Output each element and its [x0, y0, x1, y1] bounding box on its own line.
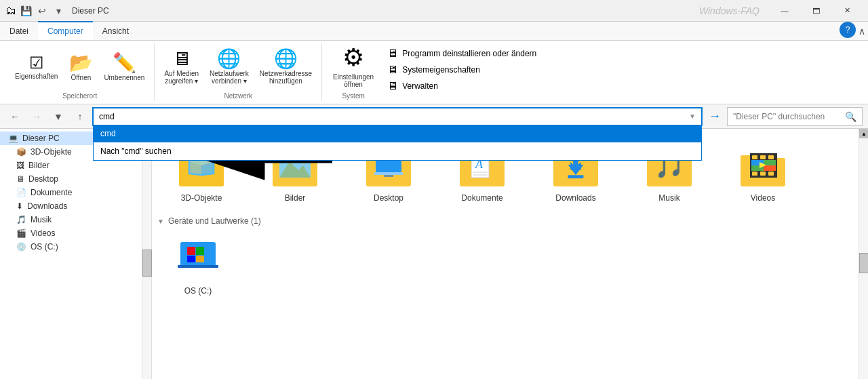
content-scrollbar[interactable]: ▲ ▼ — [859, 129, 868, 379]
videos-icon: 🎬 — [16, 228, 26, 238]
musik-label: Musik — [31, 215, 52, 224]
search-box[interactable]: 🔍 — [727, 107, 863, 126]
title-bar: 🗂 💾 ↩ ▾ Dieser PC Windows-FAQ — 🗖 ✕ — [0, 0, 868, 22]
address-dropdown: cmd Nach "cmd" suchen — [93, 125, 702, 161]
speicherort-items: ☑ Eigenschaften 📂 Öffnen ✏️ Umbenennen — [11, 43, 149, 91]
svg-rect-53 — [196, 256, 204, 262]
3d-icon: 📦 — [16, 147, 26, 157]
dokumente-icon: 📄 — [16, 188, 26, 197]
auf-medien-label: Auf Medienzugreifen ▾ — [164, 70, 199, 85]
minimize-button[interactable]: — — [769, 0, 800, 22]
netzwerkadresse-button[interactable]: 🌐 Netzwerkadressehinzufügen — [256, 47, 316, 87]
ribbon-group-system: ⚙ Einstellungenöffnen System 🖥 Programm … — [322, 43, 545, 101]
svg-marker-31 — [568, 165, 584, 175]
close-button[interactable]: ✕ — [831, 0, 863, 22]
sidebar-item-bilder[interactable]: 🖼 Bilder — [0, 159, 142, 172]
folder-dokumente-label: Dokumente — [461, 193, 502, 203]
systemeigenschaften-button[interactable]: 🖥 Systemeigenschaften — [384, 62, 539, 77]
ribbon-collapse-button[interactable]: ∧ — [856, 22, 868, 40]
oeffnen-icon: 📂 — [69, 54, 93, 73]
address-box[interactable]: ▼ cmd Nach "cmd" suchen — [92, 107, 703, 126]
drive-os-c-label: OS (C:) — [184, 286, 212, 296]
netzwerk-items: 🖥 Auf Medienzugreifen ▾ 🌐 Netzlaufwerkve… — [160, 43, 316, 91]
forward-button[interactable]: → — [27, 107, 46, 126]
maximize-button[interactable]: 🗖 — [800, 0, 831, 22]
programm-label: Programm deinstallieren oder ändern — [402, 49, 536, 58]
folder-desktop-label: Desktop — [374, 193, 403, 203]
speicherort-label: Speicherort — [62, 91, 97, 101]
content-scroll-thumb[interactable] — [859, 253, 868, 273]
verwalten-button[interactable]: 🖥 Verwalten — [384, 79, 539, 94]
window-controls: — 🗖 ✕ — [769, 0, 863, 22]
sidebar-item-musik[interactable]: 🎵 Musik — [0, 213, 142, 226]
ribbon-content: ☑ Eigenschaften 📂 Öffnen ✏️ Umbenennen S… — [0, 41, 868, 104]
os-c-icon: 💿 — [16, 242, 26, 252]
svg-rect-50 — [187, 247, 195, 255]
svg-rect-16 — [374, 172, 403, 175]
svg-rect-38 — [752, 155, 757, 159]
back-button[interactable]: ← — [5, 107, 24, 126]
3d-label: 3D-Objekte — [31, 147, 72, 157]
dropdown-item-cmd[interactable]: cmd — [94, 125, 701, 142]
address-bar-area: ← → ▼ ↑ ▼ cmd Nach "cmd" suchen → 🔍 — [0, 104, 868, 129]
content-area: 3D-Objekte — [152, 129, 859, 379]
folder-videos-icon — [739, 145, 787, 189]
devices-title: Geräte und Laufwerke (1) — [168, 216, 261, 226]
downloads-label: Downloads — [27, 201, 67, 211]
folder-videos[interactable]: Videos — [719, 140, 807, 208]
drives-grid: OS (C:) — [157, 228, 853, 304]
folder-3d-label: 3D-Objekte — [181, 193, 222, 203]
address-input[interactable] — [99, 112, 686, 121]
drive-os-c-icon — [178, 237, 218, 282]
tab-datei[interactable]: Datei — [0, 22, 38, 40]
sidebar-scroll-thumb[interactable] — [142, 250, 152, 277]
svg-rect-41 — [752, 172, 757, 176]
netzlaufwerk-label: Netzlaufwerkverbinden ▾ — [210, 70, 249, 85]
drive-os-c[interactable]: OS (C:) — [157, 231, 239, 301]
svg-rect-39 — [760, 155, 766, 159]
tab-ansicht[interactable]: Ansicht — [93, 22, 138, 40]
up-button[interactable]: ↑ — [71, 107, 90, 126]
search-icon[interactable]: 🔍 — [845, 111, 856, 122]
verwalten-label: Verwalten — [402, 81, 438, 91]
go-button[interactable]: → — [705, 107, 724, 126]
eigenschaften-icon: ☑ — [29, 55, 44, 71]
sidebar-item-desktop[interactable]: 🖥 Desktop — [0, 172, 142, 186]
programm-icon: 🖥 — [387, 47, 398, 60]
address-dropdown-arrow[interactable]: ▼ — [689, 113, 696, 120]
qat-dropdown[interactable]: ▾ — [52, 4, 65, 18]
sidebar-item-downloads[interactable]: ⬇ Downloads — [0, 199, 142, 213]
verwalten-icon: 🖥 — [387, 80, 398, 92]
sidebar-item-videos[interactable]: 🎬 Videos — [0, 226, 142, 240]
ribbon-group-speicherort: ☑ Eigenschaften 📂 Öffnen ✏️ Umbenennen S… — [5, 43, 155, 101]
tab-computer[interactable]: Computer — [38, 21, 93, 40]
sidebar-item-os-c[interactable]: 💿 OS (C:) — [0, 240, 142, 254]
eigenschaften-label: Eigenschaften — [15, 73, 58, 80]
sidebar-item-dokumente[interactable]: 📄 Dokumente — [0, 186, 142, 199]
eigenschaften-button[interactable]: ☑ Eigenschaften — [11, 52, 62, 83]
search-input[interactable] — [733, 112, 845, 121]
netzwerkadresse-icon: 🌐 — [274, 49, 298, 68]
sidebar-scrollbar[interactable]: ▲ ▼ — [142, 129, 152, 379]
netzwerk-label: Netzwerk — [224, 91, 252, 101]
help-button[interactable]: ? — [840, 22, 856, 38]
einstellungen-button[interactable]: ⚙ Einstellungenöffnen — [328, 43, 379, 91]
qat-save[interactable]: 💾 — [19, 4, 33, 18]
app-icon: 🗂 — [5, 5, 16, 17]
os-c-label: OS (C:) — [31, 242, 58, 252]
svg-rect-43 — [768, 172, 774, 176]
oeffnen-button[interactable]: 📂 Öffnen — [64, 51, 97, 84]
dropdown-item-search[interactable]: Nach "cmd" suchen — [94, 142, 701, 160]
content-scroll-up[interactable]: ▲ — [859, 129, 868, 138]
devices-expand-icon[interactable]: ▼ — [157, 218, 164, 225]
ribbon-tabs: Datei Computer Ansicht ? ∧ — [0, 22, 868, 41]
recent-locations-button[interactable]: ▼ — [49, 107, 68, 126]
umbenennen-icon: ✏️ — [113, 54, 136, 73]
bilder-label: Bilder — [28, 161, 50, 170]
programm-deinstallieren-button[interactable]: 🖥 Programm deinstallieren oder ändern — [384, 46, 539, 61]
videos-label: Videos — [31, 228, 55, 238]
qat-undo[interactable]: ↩ — [35, 4, 49, 18]
netzlaufwerk-button[interactable]: 🌐 Netzlaufwerkverbinden ▾ — [205, 47, 253, 87]
umbenennen-button[interactable]: ✏️ Umbenennen — [100, 51, 149, 84]
auf-medien-button[interactable]: 🖥 Auf Medienzugreifen ▾ — [160, 47, 203, 87]
